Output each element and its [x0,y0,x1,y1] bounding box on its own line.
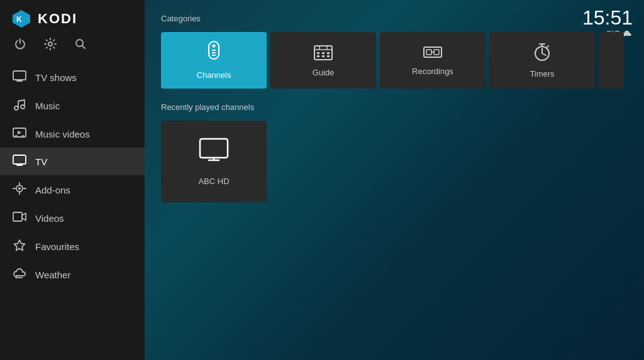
category-timers[interactable]: Timers [489,32,595,89]
category-channels[interactable]: Channels [161,32,267,89]
svg-rect-23 [327,55,330,57]
svg-rect-21 [317,55,319,57]
favourites-icon [13,239,26,254]
weather-icon [13,268,26,281]
svg-point-2 [48,42,52,46]
channel-abc-hd[interactable]: ABC HD [161,121,267,202]
svg-rect-20 [327,52,330,54]
top-icon-bar [0,35,145,63]
svg-rect-14 [212,50,216,51]
categories-label: Categories [161,14,628,23]
sidebar-label-tv: TV [35,156,47,167]
svg-rect-4 [13,71,26,80]
svg-rect-25 [426,50,431,55]
remote-icon [204,41,223,65]
category-partial[interactable] [599,32,624,89]
categories-section: Categories Channels [161,14,628,89]
search-icon[interactable] [74,38,87,53]
channels-row: ABC HD [161,121,628,202]
svg-rect-28 [200,139,228,158]
sidebar-label-favourites: Favourites [35,241,79,252]
svg-point-6 [21,105,25,109]
svg-text:K: K [16,15,22,24]
svg-rect-8 [13,155,26,164]
app-title: KODI [38,11,77,27]
videos-icon [13,211,26,225]
categories-row: Channels Guid [161,32,628,89]
sidebar-label-music: Music [35,101,60,111]
power-icon[interactable] [14,38,26,53]
recordings-icon [423,45,443,62]
sidebar-label-add-ons: Add-ons [35,185,70,195]
addon-icon [13,182,26,197]
cloud-icon [623,30,633,38]
sidebar: K KODI [0,0,145,360]
kodi-logo-icon: K [11,9,31,29]
svg-rect-16 [212,55,216,56]
svg-rect-26 [434,50,439,55]
sidebar-item-favourites[interactable]: Favourites [0,232,145,261]
channel-tv-icon [198,137,230,169]
category-channels-label: Channels [197,70,231,80]
guide-icon [313,43,333,63]
tv-shows-icon [13,70,26,84]
svg-point-13 [213,45,216,48]
svg-point-10 [18,187,21,190]
sidebar-item-add-ons[interactable]: Add-ons [0,175,145,204]
sidebar-item-videos[interactable]: Videos [0,204,145,232]
svg-rect-11 [13,212,22,221]
sidebar-label-music-videos: Music videos [35,129,90,139]
music-icon [13,98,26,113]
channel-abc-hd-label: ABC HD [198,177,229,186]
sidebar-label-videos: Videos [35,213,64,224]
timers-icon [533,42,551,64]
sidebar-label-weather: Weather [35,270,70,280]
settings-icon[interactable] [44,38,57,53]
category-guide[interactable]: Guide [270,32,376,89]
nav-list: TV shows Music Music videos [0,63,145,360]
svg-rect-19 [322,52,325,54]
category-timers-label: Timers [530,69,554,79]
category-recordings-label: Recordings [412,67,453,76]
svg-rect-22 [322,55,325,57]
logo-area: K KODI [0,0,145,35]
music-videos-icon [13,127,26,141]
svg-rect-18 [317,52,319,54]
tv-icon [13,155,26,168]
sidebar-item-tv[interactable]: TV [0,148,145,175]
category-recordings[interactable]: Recordings [380,32,486,89]
sidebar-item-weather[interactable]: Weather [0,261,145,288]
sidebar-label-tv-shows: TV shows [35,72,77,83]
clock-time: 15:51 [582,8,633,28]
main-content: 15:51 -3°C Categories [145,0,644,360]
sidebar-item-tv-shows[interactable]: TV shows [0,63,145,91]
category-guide-label: Guide [313,68,335,77]
sidebar-item-music-videos[interactable]: Music videos [0,120,145,148]
recently-played-label: Recently played channels [161,102,628,112]
svg-rect-15 [212,52,216,53]
sidebar-item-music[interactable]: Music [0,91,145,120]
recently-played-section: Recently played channels ABC HD [161,102,628,202]
